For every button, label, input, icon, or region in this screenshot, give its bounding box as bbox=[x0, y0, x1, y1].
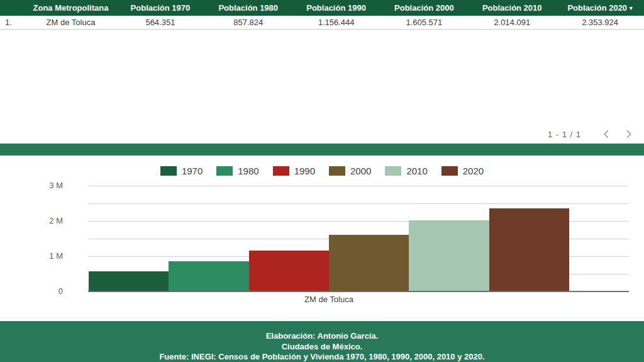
legend-swatch-2010 bbox=[385, 166, 401, 176]
y-tick-0: 0 bbox=[25, 286, 63, 297]
pagination-prev-button[interactable] bbox=[595, 125, 618, 143]
column-header-zona-metropolitana[interactable]: Zona Metropolitana bbox=[25, 3, 116, 13]
legend-item-2010[interactable]: 2010 bbox=[385, 166, 427, 176]
chevron-left-icon bbox=[602, 129, 610, 139]
bar-1980[interactable] bbox=[169, 261, 248, 291]
column-header-label: Población 1970 bbox=[131, 3, 191, 13]
footer-line-elaboracion: Elaboración: Antonio García. bbox=[0, 331, 644, 342]
pagination-next-button[interactable] bbox=[618, 125, 640, 143]
y-tick-1-m: 1 M bbox=[25, 251, 63, 261]
green-separator-band bbox=[0, 144, 644, 156]
bar-1990[interactable] bbox=[249, 251, 329, 291]
gridline bbox=[88, 203, 629, 204]
cell-poblacion-1980: 857.824 bbox=[204, 18, 292, 27]
column-header-label: Población 2020 bbox=[567, 3, 627, 13]
legend-swatch-1980 bbox=[216, 166, 233, 176]
bar-2000[interactable] bbox=[329, 235, 409, 291]
column-header-label: Población 1990 bbox=[306, 3, 366, 13]
table-header-row: Zona MetropolitanaPoblación 1970Població… bbox=[0, 0, 644, 16]
legend-label: 2020 bbox=[463, 166, 484, 176]
legend-label: 1990 bbox=[294, 166, 315, 176]
pagination-range: 1 - 1 / 1 bbox=[548, 130, 581, 139]
column-header-label: Población 2000 bbox=[394, 3, 454, 13]
cell-poblacion-2000: 1.605.571 bbox=[380, 18, 468, 27]
legend-item-1990[interactable]: 1990 bbox=[273, 166, 315, 176]
cell-poblacion-2010: 2.014.091 bbox=[468, 18, 556, 27]
cell-zona-name: ZM de Toluca bbox=[25, 18, 116, 27]
footer-line-ciudades: Ciudades de México. bbox=[0, 342, 644, 353]
column-header-poblacion-2000[interactable]: Población 2000 bbox=[380, 3, 468, 13]
table-divider bbox=[0, 29, 644, 30]
column-header-label: Zona Metropolitana bbox=[33, 3, 109, 13]
column-header-label: Población 1980 bbox=[218, 3, 278, 13]
legend-label: 2000 bbox=[350, 166, 371, 176]
x-axis-category-label: ZM de Toluca bbox=[88, 295, 570, 304]
footer-line-fuente: Fuente: INEGI: Censos de Población y Viv… bbox=[0, 352, 644, 362]
legend-label: 2010 bbox=[406, 166, 427, 176]
bar-2010[interactable] bbox=[409, 220, 489, 291]
legend-swatch-2000 bbox=[329, 166, 345, 176]
chart-legend: 197019801990200020102020 bbox=[0, 164, 644, 177]
legend-swatch-1990 bbox=[273, 166, 289, 176]
column-header-poblacion-2020[interactable]: Población 2020▾ bbox=[556, 3, 644, 13]
legend-swatch-2020 bbox=[441, 166, 458, 176]
gridline bbox=[88, 186, 629, 186]
legend-label: 1980 bbox=[238, 166, 258, 176]
legend-item-2000[interactable]: 2000 bbox=[329, 166, 371, 176]
legend-label: 1970 bbox=[182, 166, 203, 176]
table-row: 1.ZM de Toluca564.351857.8241.156.4441.6… bbox=[0, 16, 644, 29]
bar-2020[interactable] bbox=[489, 208, 569, 291]
pagination: 1 - 1 / 1 bbox=[548, 125, 640, 143]
legend-item-1970[interactable]: 1970 bbox=[160, 166, 203, 176]
column-header-poblacion-1980[interactable]: Población 1980 bbox=[204, 3, 292, 13]
chevron-right-icon bbox=[625, 129, 633, 139]
cell-poblacion-1990: 1.156.444 bbox=[292, 18, 380, 27]
cell-poblacion-2020: 2.353.924 bbox=[556, 18, 644, 27]
y-tick-2-m: 2 M bbox=[25, 216, 63, 226]
legend-item-1980[interactable]: 1980 bbox=[216, 166, 258, 176]
row-rank: 1. bbox=[0, 18, 25, 27]
column-header-poblacion-2010[interactable]: Población 2010 bbox=[468, 3, 556, 13]
cell-poblacion-1970: 564.351 bbox=[116, 18, 204, 27]
column-header-poblacion-1970[interactable]: Población 1970 bbox=[116, 3, 204, 13]
column-header-label: Población 2010 bbox=[482, 3, 542, 13]
bar-1970[interactable] bbox=[89, 271, 169, 291]
footer-credits: Elaboración: Antonio García. Ciudades de… bbox=[0, 321, 644, 362]
y-tick-3-m: 3 M bbox=[25, 181, 63, 191]
sort-caret-down-icon: ▾ bbox=[630, 5, 633, 11]
legend-swatch-1970 bbox=[160, 166, 177, 176]
legend-item-2020[interactable]: 2020 bbox=[441, 166, 484, 176]
visualization-page: Zona MetropolitanaPoblación 1970Població… bbox=[0, 0, 644, 362]
column-header-poblacion-1990[interactable]: Población 1990 bbox=[292, 3, 380, 13]
x-axis-line bbox=[88, 291, 629, 292]
